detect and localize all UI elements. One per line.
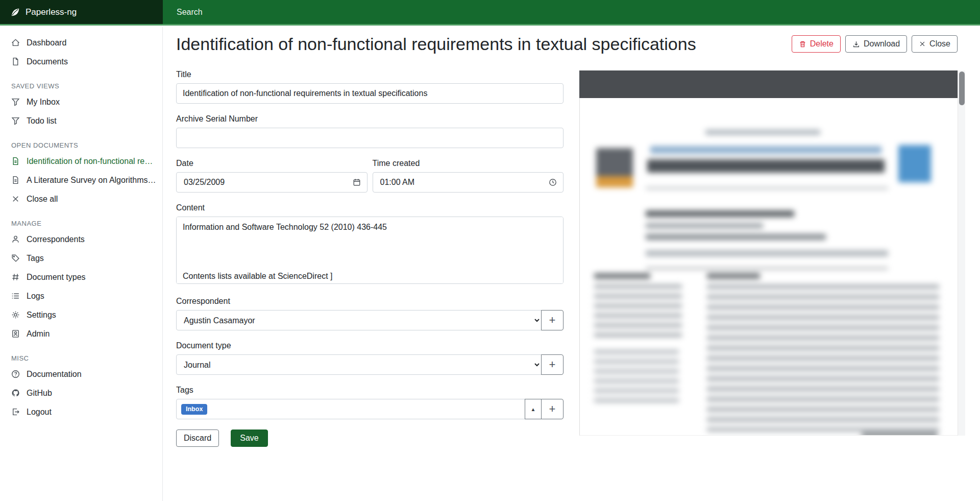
tags-field-group: Tags Inbox ▲ + <box>176 385 564 419</box>
sidebar-open-doc-2[interactable]: A Literature Survey on Algorithms for Mu… <box>0 171 162 189</box>
paperless-leaf-logo-icon <box>10 7 20 17</box>
question-circle-icon <box>11 370 20 378</box>
list-icon <box>11 292 20 300</box>
calendar-icon[interactable] <box>353 178 361 186</box>
delete-button[interactable]: Delete <box>792 35 841 53</box>
file-text-icon <box>11 157 20 165</box>
date-input-wrap <box>176 172 368 193</box>
person-icon <box>11 235 20 244</box>
sidebar-item-documents[interactable]: Documents <box>0 52 162 71</box>
github-icon <box>11 389 20 397</box>
manage-header: MANAGE <box>0 217 162 230</box>
correspondent-field-group: Correspondent Agustin Casamayor + <box>176 296 564 330</box>
sidebar-item-tags[interactable]: Tags <box>0 249 162 268</box>
clock-icon[interactable] <box>549 178 557 186</box>
time-created-label: Time created <box>373 158 564 168</box>
pdf-page <box>579 98 958 436</box>
correspondent-label: Correspondent <box>176 296 564 306</box>
sidebar-open-doc-1[interactable]: Identification of non-functional require… <box>0 152 162 171</box>
sidebar-item-logs[interactable]: Logs <box>0 287 162 305</box>
file-text-icon <box>11 176 20 184</box>
archive-serial-number-input[interactable] <box>176 128 564 148</box>
pdf-scrollbar-thumb[interactable] <box>959 71 965 105</box>
navbar-search-area <box>163 0 980 24</box>
hash-icon <box>11 273 20 281</box>
tags-dropdown-caret-button[interactable]: ▲ <box>525 399 542 419</box>
sidebar-item-document-types[interactable]: Document types <box>0 268 162 287</box>
logout-icon <box>11 408 20 416</box>
discard-button[interactable]: Discard <box>176 430 219 447</box>
time-created-input[interactable] <box>379 177 545 187</box>
title-input[interactable] <box>176 83 564 104</box>
sidebar-item-correspondents[interactable]: Correspondents <box>0 230 162 249</box>
date-time-row: Date Time created <box>176 158 564 193</box>
sidebar-item-todo-list[interactable]: Todo list <box>0 111 162 130</box>
sidebar-item-admin[interactable]: Admin <box>0 324 162 343</box>
sidebar-item-github[interactable]: GitHub <box>0 384 162 402</box>
document-type-field-group: Document type Journal + <box>176 341 564 375</box>
sidebar-close-all[interactable]: Close all <box>0 189 162 208</box>
open-documents-header: OPEN DOCUMENTS <box>0 138 162 152</box>
sidebar-item-settings[interactable]: Settings <box>0 305 162 324</box>
title-label: Title <box>176 69 564 79</box>
pdf-preview[interactable] <box>579 70 965 436</box>
funnel-icon <box>11 98 20 106</box>
time-field-group: Time created <box>373 158 564 193</box>
misc-header: MISC <box>0 351 162 365</box>
close-icon <box>11 195 20 203</box>
document-edit-form: Title Archive Serial Number Date Time cr… <box>176 69 564 447</box>
document-type-label: Document type <box>176 341 564 350</box>
sidebar: Dashboard Documents SAVED VIEWS My Inbox… <box>0 27 163 501</box>
close-button[interactable]: Close <box>912 35 958 53</box>
sidebar-item-dashboard[interactable]: Dashboard <box>0 33 162 52</box>
document-actions: Delete Download Close <box>792 35 958 53</box>
person-badge-icon <box>11 329 20 338</box>
home-icon <box>11 38 20 47</box>
page-title: Identification of non-functional require… <box>176 34 696 54</box>
sidebar-item-logout[interactable]: Logout <box>0 402 162 421</box>
search-input[interactable] <box>176 7 502 17</box>
asn-field-group: Archive Serial Number <box>176 114 564 148</box>
sidebar-item-documentation[interactable]: Documentation <box>0 365 162 384</box>
tag-icon <box>11 254 20 263</box>
trash-icon <box>799 40 806 48</box>
funnel-icon <box>11 116 20 125</box>
asn-label: Archive Serial Number <box>176 114 564 124</box>
tags-input[interactable]: Inbox <box>176 399 525 419</box>
document-type-select[interactable]: Journal <box>176 354 542 375</box>
tag-badge-inbox: Inbox <box>181 404 207 415</box>
time-input-wrap <box>373 172 564 193</box>
top-navbar: Paperless-ng <box>0 0 980 26</box>
tags-label: Tags <box>176 385 564 395</box>
add-document-type-button[interactable]: + <box>541 354 564 375</box>
content-label: Content <box>176 203 564 212</box>
file-icon <box>11 57 20 66</box>
save-button[interactable]: Save <box>231 430 267 447</box>
date-label: Date <box>176 158 368 168</box>
form-footer: Discard Save <box>176 430 564 447</box>
pdf-toolbar <box>579 70 958 98</box>
correspondent-select[interactable]: Agustin Casamayor <box>176 310 542 330</box>
download-button[interactable]: Download <box>845 35 907 53</box>
download-icon <box>852 40 860 48</box>
close-icon <box>919 40 926 47</box>
add-correspondent-button[interactable]: + <box>541 310 564 330</box>
content-field-group: Content Information and Software Technol… <box>176 203 564 286</box>
title-field-group: Title <box>176 69 564 104</box>
brand-title: Paperless-ng <box>26 7 77 17</box>
pdf-page-blurred-content <box>580 98 958 435</box>
document-header: Identification of non-functional require… <box>176 30 958 58</box>
gear-icon <box>11 311 20 319</box>
date-input[interactable] <box>183 177 349 187</box>
app-brand[interactable]: Paperless-ng <box>0 0 163 24</box>
date-field-group: Date <box>176 158 368 193</box>
content-textarea[interactable]: Information and Software Technology 52 (… <box>176 217 564 284</box>
add-tag-button[interactable]: + <box>541 399 564 419</box>
sidebar-item-my-inbox[interactable]: My Inbox <box>0 92 162 111</box>
saved-views-header: SAVED VIEWS <box>0 79 162 92</box>
pdf-scrollbar[interactable] <box>958 70 965 436</box>
